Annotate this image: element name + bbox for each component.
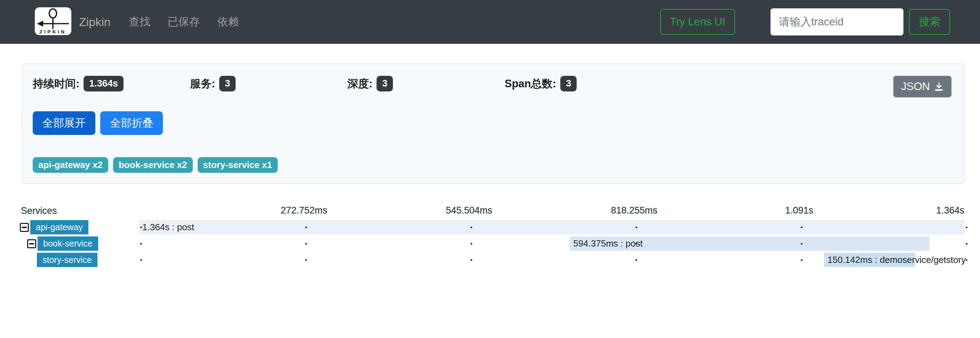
timeline-header: Services 272.752ms545.504ms818.255ms1.09… [20,202,964,219]
try-lens-ui-button[interactable]: Try Lens UI [660,9,735,35]
trace-stat-2: 深度:3 [347,76,504,92]
trace-stat-3: Span总数:3 [504,76,662,92]
stat-value-badge: 3 [377,76,393,92]
service-tree-cell: book-service [20,235,139,252]
nav-link-saved[interactable]: 已保存 [168,14,200,29]
span-bar-area: 150.142ms : demoservice/getstory [139,252,964,268]
timeline-tick-dot [801,259,802,261]
timeline-tick-dot [140,226,142,228]
trace-stat-0: 持续时间:1.364s [33,76,190,92]
stat-label: Span总数: [504,76,556,91]
timeline-tick-dot [305,226,307,228]
timeline-tick-dot [140,243,142,244]
time-tick: 1.091s [785,205,813,216]
download-json-button[interactable]: JSON [893,76,951,97]
time-tick: 545.504ms [446,205,492,216]
time-tick: 272.752ms [281,205,328,216]
trace-stat-1: 服务:3 [190,76,347,92]
service-tree-cell: story-service [20,252,139,268]
trace-summary-card: 持续时间:1.364s服务:3深度:3Span总数:3 JSON 全部展开 全部… [22,63,964,184]
time-ruler: 272.752ms545.504ms818.255ms1.091s1.364s [139,202,964,219]
expand-all-button[interactable]: 全部展开 [33,111,95,135]
timeline-tick-dot [966,226,967,228]
zipkin-pin-icon: ZIPKIN [35,7,72,35]
nav-link-dependencies[interactable]: 依赖 [218,14,239,29]
nav-links: 查找已保存依赖 [129,14,239,29]
service-name-label[interactable]: api-gateway [30,220,88,234]
navbar: ZIPKIN Zipkin 查找已保存依赖 Try Lens UI 搜索 [0,0,980,44]
timeline-row: story-service150.142ms : demoservice/get… [20,252,964,268]
service-count-badge[interactable]: api-gateway x2 [33,157,108,173]
download-icon [934,82,944,92]
timeline-rows: api-gateway1.364s : postbook-service594.… [20,219,964,268]
timeline-tick-dot [635,226,637,228]
timeline-tick-dot [801,243,802,244]
span-duration-bar[interactable]: 150.142ms : demoservice/getstory [824,253,915,267]
time-tick: 1.364s [936,205,964,216]
brand-title[interactable]: Zipkin [79,15,111,29]
service-count-badge[interactable]: book-service x2 [113,157,193,173]
expand-collapse-row: 全部展开 全部折叠 [33,111,951,135]
collapse-toggle-icon[interactable] [27,239,36,248]
timeline-tick-dot [305,243,307,244]
zipkin-logo[interactable]: ZIPKIN [35,7,72,36]
timeline-tick-dot [140,259,142,261]
collapse-all-button[interactable]: 全部折叠 [100,111,163,135]
collapse-toggle-icon[interactable] [20,223,29,232]
timeline-tick-dot [966,259,967,261]
service-count-badge[interactable]: story-service x1 [198,157,278,173]
trace-stats: 持续时间:1.364s服务:3深度:3Span总数:3 [33,76,662,92]
search-button[interactable]: 搜索 [909,9,950,35]
timeline-tick-dot [471,243,472,244]
stat-value-badge: 3 [219,76,235,92]
timeline-tick-dot [966,243,967,244]
traceid-search-input[interactable] [770,8,904,35]
timeline-tick-dot [471,226,472,228]
timeline-tick-dot [471,259,472,261]
timeline-tick-dot [305,259,307,261]
time-tick: 818.255ms [611,205,657,216]
services-column-header: Services [20,206,139,216]
trace-stats-row: 持续时间:1.364s服务:3深度:3Span总数:3 JSON [33,76,951,97]
stat-label: 服务: [190,76,215,91]
span-bar-area: 1.364s : post [139,219,964,235]
span-bar-area: 594.375ms : post [139,235,964,252]
stat-label: 深度: [347,76,372,91]
stat-value-badge: 1.364s [84,76,124,92]
timeline-tick-dot [801,226,802,228]
span-duration-bar[interactable]: 1.364s : post [139,220,964,234]
timeline-row: book-service594.375ms : post [20,235,964,252]
service-name-label[interactable]: book-service [38,236,98,251]
json-button-label: JSON [901,80,930,93]
service-tree-cell: api-gateway [20,219,139,235]
trace-timeline: Services 272.752ms545.504ms818.255ms1.09… [20,202,964,268]
timeline-row: api-gateway1.364s : post [20,219,964,235]
timeline-tick-dot [635,243,637,244]
stat-value-badge: 3 [560,76,577,92]
stat-label: 持续时间: [33,76,80,91]
service-name-label[interactable]: story-service [37,253,97,267]
timeline-tick-dot [635,259,637,261]
svg-text:ZIPKIN: ZIPKIN [39,29,66,35]
nav-link-find[interactable]: 查找 [129,14,150,29]
service-badge-row: api-gateway x2book-service x2story-servi… [33,157,951,173]
span-duration-bar[interactable]: 594.375ms : post [570,236,929,251]
